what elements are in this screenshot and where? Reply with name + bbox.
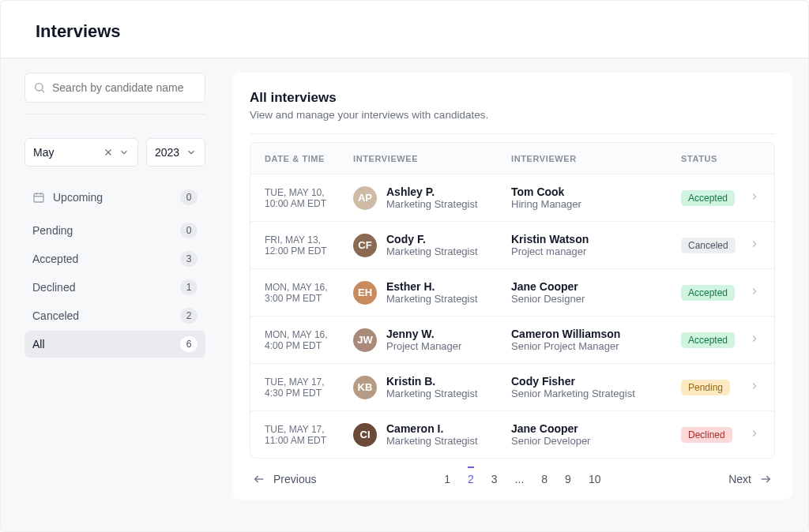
interviews-card: All interviews View and manage your inte… <box>232 73 792 500</box>
col-header-interviewer: INTERVIEWER <box>511 154 681 163</box>
filter-label: Upcoming <box>53 191 180 204</box>
arrow-right-icon <box>759 473 772 485</box>
interviewee-role: Marketing Strategist <box>386 293 478 305</box>
table-row[interactable]: MON, MAY 16,3:00 PM EDTEHEsther H.Market… <box>250 269 774 317</box>
page-title: Interviews <box>1 1 808 58</box>
year-select[interactable]: 2023 <box>146 138 205 167</box>
row-date: TUE, MAY 17, <box>265 377 353 388</box>
table-row[interactable]: MON, MAY 16,4:00 PM EDTJWJenny W.Project… <box>250 317 774 364</box>
search-input-wrap[interactable] <box>24 73 205 103</box>
interviewer-role: Senior Developer <box>511 435 681 447</box>
pagination-next-label: Next <box>728 473 751 485</box>
avatar: AP <box>353 186 377 210</box>
row-date: MON, MAY 16, <box>265 329 353 340</box>
interviewer-name: Kristin Watson <box>511 233 681 245</box>
month-select[interactable]: May <box>24 138 138 167</box>
table-row[interactable]: FRI, MAY 13,12:00 PM EDTCFCody F.Marketi… <box>250 222 774 269</box>
avatar: CF <box>353 234 377 257</box>
interviewee-name: Ashley P. <box>386 185 478 198</box>
filter-canceled[interactable]: Canceled 2 <box>24 302 205 329</box>
svg-line-1 <box>42 90 44 92</box>
interviewee-name: Esther H. <box>386 280 478 293</box>
status-badge: Accepted <box>681 332 735 348</box>
row-time: 4:30 PM EDT <box>265 388 353 399</box>
interviewee-role: Marketing Strategist <box>386 388 478 399</box>
clear-icon[interactable] <box>103 147 114 158</box>
status-badge: Declined <box>681 427 732 443</box>
interviewee-name: Kristin B. <box>386 375 478 388</box>
pagination-prev[interactable]: Previous <box>253 473 316 485</box>
chevron-right-icon[interactable] <box>749 380 760 392</box>
pagination-page[interactable]: 10 <box>589 473 601 485</box>
col-header-status: STATUS <box>681 154 744 163</box>
row-date: TUE, MAY 10, <box>265 187 353 198</box>
row-time: 10:00 AM EDT <box>265 198 353 209</box>
filter-accepted[interactable]: Accepted 3 <box>24 245 205 272</box>
row-time: 11:00 AM EDT <box>265 435 353 446</box>
pagination-prev-label: Previous <box>273 473 316 485</box>
pagination-next[interactable]: Next <box>728 473 772 485</box>
search-input[interactable] <box>52 81 197 94</box>
table-header: DATE & TIME INTERVIEWEE INTERVIEWER STAT… <box>250 143 774 174</box>
pagination-page[interactable]: 1 <box>444 473 450 485</box>
interviewee-name: Cody F. <box>386 233 478 245</box>
svg-point-0 <box>36 84 43 91</box>
main-content: All interviews View and manage your inte… <box>216 58 808 531</box>
interviewee-role: Marketing Strategist <box>386 198 478 210</box>
table-row[interactable]: TUE, MAY 10,10:00 AM EDTAPAshley P.Marke… <box>250 174 774 222</box>
col-header-interviewee: INTERVIEWEE <box>353 154 511 163</box>
interviewer-role: Senior Project Manager <box>511 340 681 352</box>
status-badge: Accepted <box>681 285 735 301</box>
status-badge: Pending <box>681 380 730 395</box>
avatar: JW <box>353 328 377 352</box>
interviewer-name: Jane Cooper <box>511 422 681 435</box>
row-date: TUE, MAY 17, <box>265 424 353 435</box>
filter-upcoming[interactable]: Upcoming 0 <box>24 184 205 211</box>
interviewee-name: Jenny W. <box>386 328 461 340</box>
sidebar: May 2023 Upcoming 0 Pending 0 <box>1 58 216 531</box>
section-subheading: View and manage your interviews with can… <box>250 109 775 121</box>
avatar: KB <box>353 376 377 399</box>
pagination-page[interactable]: 2 <box>468 466 474 485</box>
search-icon <box>33 81 46 94</box>
chevron-down-icon <box>186 147 197 158</box>
filter-declined[interactable]: Declined 1 <box>24 274 205 301</box>
interviewer-name: Tom Cook <box>511 185 681 198</box>
row-date: MON, MAY 16, <box>265 282 353 293</box>
interviewer-name: Cameron Williamson <box>511 328 681 340</box>
filter-pending[interactable]: Pending 0 <box>24 217 205 244</box>
interviewer-role: Project manager <box>511 245 681 257</box>
sidebar-divider <box>24 114 205 114</box>
section-heading: All interviews <box>250 90 775 106</box>
chevron-right-icon[interactable] <box>749 428 760 439</box>
chevron-right-icon[interactable] <box>749 191 760 202</box>
interviewee-role: Project Manager <box>386 340 461 352</box>
section-divider <box>250 133 775 134</box>
pagination-page[interactable]: 8 <box>541 473 547 485</box>
interviews-table: DATE & TIME INTERVIEWEE INTERVIEWER STAT… <box>250 142 775 459</box>
status-badge: Canceled <box>681 238 736 253</box>
col-header-datetime: DATE & TIME <box>265 154 353 163</box>
chevron-right-icon[interactable] <box>749 286 760 297</box>
table-row[interactable]: TUE, MAY 17,4:30 PM EDTKBKristin B.Marke… <box>250 364 774 411</box>
filter-label: Canceled <box>32 309 180 322</box>
row-time: 4:00 PM EDT <box>265 340 353 351</box>
year-select-value: 2023 <box>155 146 186 159</box>
month-select-value: May <box>33 146 103 159</box>
chevron-right-icon[interactable] <box>749 333 760 344</box>
filter-label: Accepted <box>32 253 180 265</box>
filter-label: Declined <box>32 281 180 294</box>
interviewer-name: Jane Cooper <box>511 280 681 293</box>
chevron-right-icon[interactable] <box>749 238 760 249</box>
interviewee-role: Marketing Strategist <box>386 435 478 447</box>
interviewee-name: Cameron I. <box>386 422 478 435</box>
table-row[interactable]: TUE, MAY 17,11:00 AM EDTCICameron I.Mark… <box>250 411 774 458</box>
pagination-page[interactable]: 9 <box>565 473 571 485</box>
filter-count: 2 <box>180 308 198 324</box>
pagination-page[interactable]: 3 <box>491 473 498 485</box>
pagination-ellipsis: ... <box>515 473 525 485</box>
row-time: 3:00 PM EDT <box>265 293 353 304</box>
filter-all[interactable]: All 6 <box>24 331 205 358</box>
interviewee-role: Marketing Strategist <box>386 245 478 257</box>
filter-label: All <box>32 338 180 350</box>
